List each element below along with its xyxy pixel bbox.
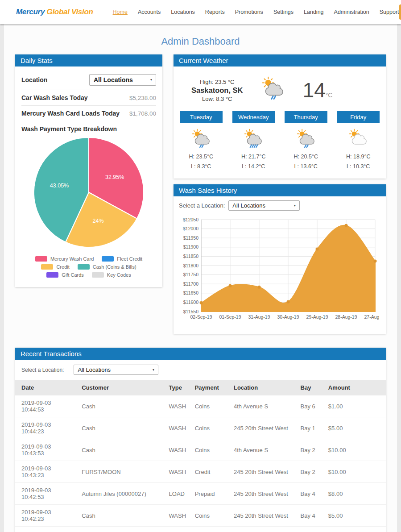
sun-cloud-icon xyxy=(337,129,380,151)
y-tick-label: $11900 xyxy=(183,244,198,249)
table-cell: 4th Avenue S xyxy=(230,395,297,417)
table-cell: 2019-09-03 10:41:53 xyxy=(15,527,78,532)
day-button-friday[interactable]: Friday xyxy=(337,111,380,123)
stat-row: Car Wash Sales Today$5,238.00 xyxy=(21,90,156,106)
table-cell: $5.00 xyxy=(325,417,386,439)
table-cell: Cash xyxy=(78,505,165,527)
pie-slice-label: 24% xyxy=(93,218,104,224)
table-cell: Bay 4 xyxy=(297,505,325,527)
day-button-wednesday[interactable]: Wednesday xyxy=(232,111,275,123)
y-tick-label: $11850 xyxy=(183,254,198,259)
y-tick-label: $11950 xyxy=(183,235,198,241)
data-point-marker[interactable] xyxy=(374,260,377,263)
y-tick-label: $11600 xyxy=(183,299,198,305)
x-tick-label: 29-Aug-19 xyxy=(306,314,328,320)
page-container: Admin Dashboard Daily Stats Location All… xyxy=(4,24,397,532)
column-header-type: Type xyxy=(165,380,191,395)
table-cell: 4th Avenue S xyxy=(230,527,297,532)
brand-logo[interactable]: Mercury Global Vision xyxy=(16,8,93,17)
day-button-tuesday[interactable]: Tuesday xyxy=(180,111,223,123)
nav-item-home[interactable]: Home xyxy=(113,9,128,15)
table-cell: Bay 1 xyxy=(297,417,325,439)
column-header-customer: Customer xyxy=(78,380,165,395)
table-cell: $5.00 xyxy=(325,505,386,527)
y-tick-label: $12000 xyxy=(183,226,198,231)
x-tick-label: 27-Aug-19 xyxy=(364,314,379,320)
daily-stats-card: Daily Stats Location All Locations Car W… xyxy=(15,54,162,287)
column-header-payment: Payment xyxy=(191,380,230,395)
table-row: 2019-09-03 10:43:23FURST/MOONWASHCredit2… xyxy=(15,461,386,483)
wash-sales-header: Wash Sales History xyxy=(174,184,386,196)
forecast-grid: TuesdayH: 23.5°CL: 8.3°CWednesdayH: 21.7… xyxy=(180,111,380,171)
legend-item[interactable]: Mercury Wash Card xyxy=(35,256,94,262)
table-cell: WASH xyxy=(165,439,191,461)
forecast-high: H: 21.7°C xyxy=(232,152,275,162)
daily-stats-location-select[interactable]: All Locations xyxy=(89,74,156,86)
table-cell: Bay 3 xyxy=(297,527,325,532)
legend-item[interactable]: Fleet Credit xyxy=(102,256,142,262)
nav-item-accounts[interactable]: Accounts xyxy=(138,9,161,15)
data-point-marker[interactable] xyxy=(200,301,203,304)
legend-item[interactable]: Credit xyxy=(41,264,69,270)
table-cell: $5.00 xyxy=(325,527,386,532)
table-cell: Coins xyxy=(191,505,230,527)
forecast-day-wednesday: WednesdayH: 21.7°CL: 14.2°C xyxy=(232,111,275,171)
table-cell: $10.00 xyxy=(325,461,386,483)
nav-item-support[interactable]: Support xyxy=(380,9,399,15)
nav-item-landing[interactable]: Landing xyxy=(304,9,324,15)
table-cell: WASH xyxy=(165,417,191,439)
table-cell: WASH xyxy=(165,461,191,483)
location-filter-row: Location All Locations xyxy=(21,70,156,90)
current-low: Low: 8.3 °C xyxy=(191,96,243,102)
table-row: 2019-09-03 10:42:53Autumn Jiles (0000002… xyxy=(15,483,386,505)
x-tick-label: 30-Aug-19 xyxy=(277,314,299,320)
legend-label: Key Codes xyxy=(107,272,131,278)
recent-transactions-header: Recent Transactions xyxy=(15,348,386,360)
transactions-table: DateCustomerTypePaymentLocationBayAmount… xyxy=(15,380,386,532)
table-cell: Bay 2 xyxy=(297,461,325,483)
table-cell: DOLLISON/DENNY xyxy=(78,527,165,532)
forecast-low: L: 13.6°C xyxy=(285,162,327,171)
table-cell: Cash xyxy=(78,439,165,461)
data-point-marker[interactable] xyxy=(229,284,232,287)
wash-sales-history-card: Wash Sales History Select a Location: Al… xyxy=(174,184,386,334)
data-point-marker[interactable] xyxy=(316,247,319,250)
table-cell: FURST/MOON xyxy=(78,461,165,483)
data-point-marker[interactable] xyxy=(345,224,348,227)
table-cell: 2019-09-03 10:42:23 xyxy=(15,505,78,527)
table-cell: 245 20th Street West xyxy=(230,461,297,483)
nav-item-promotions[interactable]: Promotions xyxy=(235,9,263,15)
table-row: 2019-09-03 10:43:53CashWASHCoins4th Aven… xyxy=(15,439,386,461)
table-cell: 245 20th Street West xyxy=(230,483,297,505)
table-cell: Cash xyxy=(78,395,165,417)
current-city: Saskatoon, SK xyxy=(191,85,243,96)
stat-row: Mercury Wash Card Loads Today$1,708.00 xyxy=(21,106,156,121)
table-cell: WASH xyxy=(165,505,191,527)
sun-cloud-light-rain-icon xyxy=(285,129,327,151)
column-header-bay: Bay xyxy=(297,380,325,395)
x-tick-label: 28-Aug-19 xyxy=(335,314,357,320)
legend-item[interactable]: Gift Cards xyxy=(46,272,84,278)
legend-item[interactable]: Key Codes xyxy=(92,272,131,278)
table-row: 2019-09-03 10:44:53CashWASHCoins4th Aven… xyxy=(15,395,386,417)
x-tick-label: 01-Sep-19 xyxy=(219,314,241,320)
day-button-thursday[interactable]: Thursday xyxy=(285,111,327,123)
wash-sales-location-select[interactable]: All Locations xyxy=(228,200,300,211)
daily-stats-rows: Car Wash Sales Today$5,238.00Mercury Was… xyxy=(21,90,156,121)
legend-label: Fleet Credit xyxy=(117,256,142,262)
data-point-marker[interactable] xyxy=(258,286,261,289)
transactions-location-select[interactable]: All Locations xyxy=(74,365,158,375)
nav-item-reports[interactable]: Reports xyxy=(205,9,225,15)
x-tick-label: 31-Aug-19 xyxy=(248,314,270,320)
column-header-location: Location xyxy=(230,380,297,395)
legend-item[interactable]: Cash (Coins & Bills) xyxy=(78,264,136,270)
nav-item-administration[interactable]: Administration xyxy=(334,9,369,15)
nav-item-locations[interactable]: Locations xyxy=(171,9,195,15)
data-point-marker[interactable] xyxy=(287,300,290,303)
nav-item-settings[interactable]: Settings xyxy=(273,9,294,15)
sun-cloud-rain-icon xyxy=(260,76,286,104)
logout-button[interactable]: Logout xyxy=(399,4,401,20)
current-weather-card: Current Weather High: 23.5 °C Saskatoon,… xyxy=(174,54,386,179)
legend-label: Gift Cards xyxy=(62,272,84,278)
table-cell: $8.00 xyxy=(325,483,386,505)
